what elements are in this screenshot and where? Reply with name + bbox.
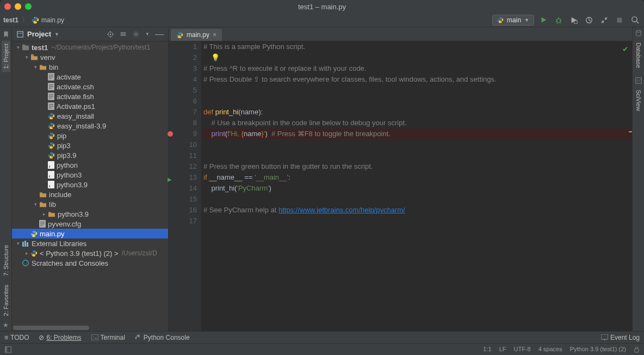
breadcrumb-root[interactable]: test1 bbox=[3, 16, 18, 24]
code-content[interactable]: 💡 ✔ # This is a sample Python script. # … bbox=[201, 41, 632, 331]
tree-file[interactable]: activate.csh bbox=[12, 82, 168, 91]
project-panel-header: Project ▼ ▼ — bbox=[12, 27, 168, 41]
database-tool-tab[interactable]: Database bbox=[634, 39, 643, 71]
tree-file[interactable]: Activate.ps1 bbox=[12, 101, 168, 111]
structure-tool-tab[interactable]: 7: Structure bbox=[2, 242, 10, 279]
tree-folder-bin[interactable]: ▾ bin bbox=[12, 62, 168, 72]
tree-file[interactable]: python3 bbox=[12, 170, 168, 180]
stop-button[interactable] bbox=[614, 14, 626, 26]
tree-sdk[interactable]: ▸< Python 3.9 (test1) (2) >/Users/zst/D bbox=[12, 248, 168, 258]
line-number-gutter[interactable]: 1 2 3 4 5 6 7 8 9 10 11 12 13▶ 14 15 16 … bbox=[175, 41, 201, 331]
expand-arrow-icon[interactable]: ▾ bbox=[14, 241, 22, 246]
dropdown-arrow-icon[interactable]: ▼ bbox=[54, 32, 59, 37]
sciview-icon[interactable] bbox=[635, 77, 642, 84]
tree-file[interactable]: pip3.9 bbox=[12, 150, 168, 160]
tree-file[interactable]: pip3 bbox=[12, 140, 168, 150]
profile-button[interactable] bbox=[583, 14, 595, 26]
svg-rect-31 bbox=[635, 349, 639, 352]
attach-button[interactable] bbox=[598, 14, 610, 26]
python-file-icon bbox=[48, 132, 55, 139]
tree-folder-include[interactable]: include bbox=[12, 189, 168, 199]
close-tab-icon[interactable]: × bbox=[213, 31, 216, 39]
database-icon[interactable] bbox=[635, 29, 642, 37]
expand-arrow-icon[interactable]: ▾ bbox=[14, 45, 22, 50]
project-tool-tab[interactable]: 1: Project bbox=[2, 40, 10, 72]
python-console-tool-button[interactable]: Python Console bbox=[135, 334, 190, 341]
problems-tool-button[interactable]: ⊘6: Problems bbox=[39, 334, 81, 341]
collapse-arrow-icon[interactable]: ▸ bbox=[23, 250, 30, 256]
settings-gear-icon[interactable] bbox=[132, 30, 140, 38]
tree-folder-lib[interactable]: ▾lib bbox=[12, 199, 168, 209]
todo-tool-button[interactable]: ≡TODO bbox=[4, 334, 29, 341]
maximize-window-icon[interactable] bbox=[25, 3, 32, 10]
python-console-icon bbox=[135, 334, 141, 341]
status-bar: 1:1 LF UTF-8 4 spaces Python 3.9 (test1)… bbox=[0, 343, 644, 355]
breadcrumb-file[interactable]: main.py bbox=[41, 16, 64, 24]
sciview-tool-tab[interactable]: SciView bbox=[634, 87, 643, 114]
tree-file[interactable]: activate.fish bbox=[12, 91, 168, 101]
expand-arrow-icon[interactable]: ▾ bbox=[32, 201, 39, 207]
analysis-check-icon[interactable]: ✔ bbox=[622, 44, 629, 54]
editor-body[interactable]: 1 2 3 4 5 6 7 8 9 10 11 12 13▶ 14 15 16 … bbox=[169, 41, 632, 331]
text-file-icon bbox=[48, 93, 54, 100]
indent-setting[interactable]: 4 spaces bbox=[538, 346, 562, 353]
minimize-window-icon[interactable] bbox=[15, 3, 21, 10]
svg-rect-18 bbox=[48, 171, 54, 179]
tree-file[interactable]: pip bbox=[12, 131, 168, 140]
run-button[interactable] bbox=[537, 14, 549, 26]
svg-rect-19 bbox=[48, 181, 54, 188]
editor-tab-bar: main.py × bbox=[169, 27, 632, 41]
collapse-icon[interactable] bbox=[120, 30, 127, 38]
tree-folder-lib-py39[interactable]: ▸python3.9 bbox=[12, 209, 168, 219]
lock-icon[interactable] bbox=[634, 346, 640, 353]
tool-windows-toggle[interactable] bbox=[4, 346, 12, 353]
close-window-icon[interactable] bbox=[4, 3, 11, 10]
cursor-position[interactable]: 1:1 bbox=[483, 346, 491, 353]
tree-folder-venv[interactable]: ▾ venv bbox=[12, 52, 168, 62]
tree-root[interactable]: ▾ test1 ~/Documents/Project/Python/test1 bbox=[12, 42, 168, 52]
editor-tab-main-py[interactable]: main.py × bbox=[171, 29, 222, 41]
intention-bulb-icon[interactable]: 💡 bbox=[211, 52, 220, 63]
event-log-button[interactable]: Event Log bbox=[601, 334, 640, 341]
tree-file-pyvenv[interactable]: pyvenv.cfg bbox=[12, 219, 168, 229]
tree-external-libraries[interactable]: ▾External Libraries bbox=[12, 238, 168, 248]
line-separator[interactable]: LF bbox=[499, 346, 506, 353]
locate-icon[interactable] bbox=[107, 30, 114, 38]
help-link[interactable]: https://www.jetbrains.com/help/pycharm/ bbox=[278, 206, 405, 214]
bookmark-icon[interactable] bbox=[2, 30, 10, 38]
error-stripe-marker[interactable] bbox=[629, 131, 632, 132]
horizontal-scrollbar[interactable] bbox=[12, 325, 168, 331]
scratches-icon bbox=[22, 259, 29, 267]
tree-file[interactable]: python3.9 bbox=[12, 180, 168, 189]
debug-button[interactable] bbox=[553, 14, 565, 26]
tree-scratches[interactable]: Scratches and Consoles bbox=[12, 258, 168, 268]
run-with-coverage-button[interactable] bbox=[568, 14, 580, 26]
window-title: test1 – main.py bbox=[298, 3, 346, 11]
interpreter-indicator[interactable]: Python 3.9 (test1) (2) bbox=[570, 346, 626, 353]
event-log-icon bbox=[601, 334, 608, 340]
tree-file[interactable]: activate bbox=[12, 72, 168, 82]
run-configuration-selector[interactable]: main ▼ bbox=[492, 15, 534, 26]
expand-arrow-icon[interactable]: ▾ bbox=[23, 54, 30, 60]
dropdown-arrow-icon[interactable]: ▼ bbox=[145, 32, 150, 36]
breakpoint-icon[interactable] bbox=[168, 131, 173, 137]
terminal-tool-button[interactable]: Terminal bbox=[91, 334, 125, 341]
search-everywhere-button[interactable] bbox=[629, 14, 641, 26]
svg-rect-12 bbox=[22, 45, 25, 46]
navigation-bar: test1 〉 main.py main ▼ bbox=[0, 13, 644, 27]
run-gutter-icon[interactable]: ▶ bbox=[168, 174, 172, 185]
bottom-tool-bar: ≡TODO ⊘6: Problems Terminal Python Conso… bbox=[0, 331, 644, 343]
expand-arrow-icon[interactable]: ▾ bbox=[32, 64, 39, 70]
binary-file-icon bbox=[48, 181, 54, 188]
tree-file[interactable]: python bbox=[12, 160, 168, 170]
file-encoding[interactable]: UTF-8 bbox=[513, 346, 530, 353]
collapse-arrow-icon[interactable]: ▸ bbox=[40, 211, 48, 217]
folder-icon bbox=[39, 191, 47, 198]
tree-file-main-py[interactable]: main.py bbox=[12, 229, 168, 238]
tree-file[interactable]: easy_install bbox=[12, 111, 168, 121]
hide-panel-icon[interactable]: — bbox=[155, 29, 164, 39]
tree-file[interactable]: easy_install-3.9 bbox=[12, 121, 168, 131]
favorites-tool-tab[interactable]: 2: Favorites bbox=[2, 281, 10, 319]
project-tree[interactable]: ▾ test1 ~/Documents/Project/Python/test1… bbox=[12, 41, 168, 325]
right-tool-gutter: Database SciView bbox=[632, 27, 644, 331]
